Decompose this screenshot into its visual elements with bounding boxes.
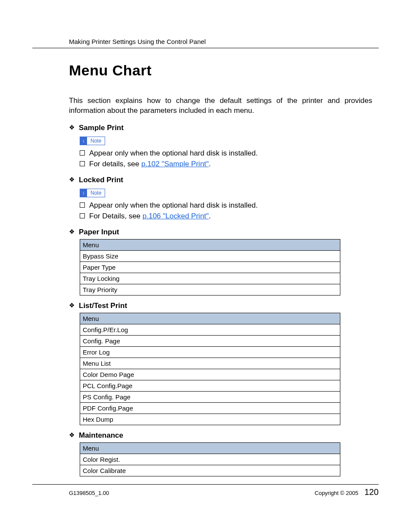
table-header: Menu xyxy=(80,239,340,250)
note-label: Note xyxy=(87,137,105,145)
running-head: Making Printer Settings Using the Contro… xyxy=(69,38,379,45)
bullet-text: Appear only when the optional hard disk … xyxy=(89,148,258,159)
link-locked-print[interactable]: p.106 "Locked Print" xyxy=(143,212,209,220)
bullet-text: For Details, see p.106 "Locked Print". xyxy=(89,211,211,222)
section-title: Locked Print xyxy=(79,176,123,184)
square-bullet-icon xyxy=(80,202,85,208)
page-title: Menu Chart xyxy=(69,62,379,79)
table-row: Hex Dump xyxy=(80,414,340,425)
table-row: Paper Type xyxy=(80,261,340,273)
link-sample-print[interactable]: p.102 "Sample Print" xyxy=(141,160,209,168)
section-heading-paper-input: ❖ Paper Input xyxy=(69,228,379,236)
diamond-icon: ❖ xyxy=(69,302,75,308)
note-badge: ↓ Note xyxy=(80,189,105,197)
table-row: Bypass Size xyxy=(80,250,340,261)
bullet-text-pre: For details, see xyxy=(89,160,141,168)
table-cell: Config. Page xyxy=(80,335,340,346)
bullet-item: Appear only when the optional hard disk … xyxy=(80,148,379,159)
table-cell: PS Config. Page xyxy=(80,391,340,402)
diamond-icon: ❖ xyxy=(69,124,75,131)
section-heading-sample-print: ❖ Sample Print xyxy=(69,124,379,132)
table-cell: Hex Dump xyxy=(80,414,340,425)
table-cell: Tray Locking xyxy=(80,273,340,284)
table-cell: PCL Config.Page xyxy=(80,380,340,391)
table-cell: Color Regist. xyxy=(80,454,340,465)
table-cell: Color Demo Page xyxy=(80,369,340,380)
square-bullet-icon xyxy=(80,161,85,166)
bullet-text-post: . xyxy=(209,160,211,168)
table-row: PS Config. Page xyxy=(80,391,340,402)
section-heading-maintenance: ❖ Maintenance xyxy=(69,431,379,440)
maintenance-table: Menu Color Regist. Color Calibrate xyxy=(80,442,340,476)
table-row: Color Calibrate xyxy=(80,465,340,476)
table-cell: Tray Priority xyxy=(80,284,340,295)
note-badge: ↓ Note xyxy=(80,137,105,145)
square-bullet-icon xyxy=(80,213,85,218)
table-row: PCL Config.Page xyxy=(80,380,340,391)
footer-page-number: 120 xyxy=(364,487,379,497)
diamond-icon: ❖ xyxy=(69,432,75,438)
diamond-icon: ❖ xyxy=(69,176,75,183)
square-bullet-icon xyxy=(80,150,85,156)
footer: G1398505_1.00 Copyright © 2005 120 xyxy=(69,487,379,497)
paper-input-table: Menu Bypass Size Paper Type Tray Locking… xyxy=(80,239,340,296)
section-title: Maintenance xyxy=(79,431,123,440)
table-header: Menu xyxy=(80,442,340,454)
section-heading-locked-print: ❖ Locked Print xyxy=(69,176,379,184)
bottom-divider xyxy=(32,484,379,485)
table-cell: Color Calibrate xyxy=(80,465,340,476)
section-title: Sample Print xyxy=(79,124,124,132)
bullet-text-pre: For Details, see xyxy=(89,212,143,220)
footer-copyright: Copyright © 2005 xyxy=(314,490,358,496)
table-row: Tray Priority xyxy=(80,284,340,295)
down-arrow-icon: ↓ xyxy=(80,189,87,197)
table-cell: Error Log xyxy=(80,346,340,358)
bullet-item: For details, see p.102 "Sample Print". xyxy=(80,159,379,170)
top-divider xyxy=(32,48,379,48)
footer-doc-id: G1398505_1.00 xyxy=(69,490,109,496)
table-row: Config.P/Er.Log xyxy=(80,324,340,335)
table-cell: Paper Type xyxy=(80,261,340,273)
table-row: Color Demo Page xyxy=(80,369,340,380)
section-heading-list-test: ❖ List/Test Print xyxy=(69,302,379,310)
bullet-item: For Details, see p.106 "Locked Print". xyxy=(80,211,379,222)
table-row: Tray Locking xyxy=(80,273,340,284)
list-test-table: Menu Config.P/Er.Log Config. Page Error … xyxy=(80,313,340,425)
note-label: Note xyxy=(87,189,105,197)
diamond-icon: ❖ xyxy=(69,228,75,235)
bullet-item: Appear only when the optional hard disk … xyxy=(80,200,379,211)
table-cell: Bypass Size xyxy=(80,250,340,261)
table-row: Error Log xyxy=(80,346,340,358)
bullet-text: For details, see p.102 "Sample Print". xyxy=(89,159,211,170)
bullet-text-post: . xyxy=(209,212,211,220)
table-header: Menu xyxy=(80,313,340,324)
bullet-text: Appear only when the optional hard disk … xyxy=(89,200,258,211)
down-arrow-icon: ↓ xyxy=(80,137,87,145)
table-row: Config. Page xyxy=(80,335,340,346)
table-row: Color Regist. xyxy=(80,454,340,465)
table-cell: PDF Config.Page xyxy=(80,402,340,414)
table-cell: Config.P/Er.Log xyxy=(80,324,340,335)
table-row: PDF Config.Page xyxy=(80,402,340,414)
section-title: List/Test Print xyxy=(79,302,127,310)
table-cell: Menu List xyxy=(80,358,340,369)
section-title: Paper Input xyxy=(79,228,119,236)
table-row: Menu List xyxy=(80,358,340,369)
intro-paragraph: This section explains how to change the … xyxy=(69,96,372,116)
